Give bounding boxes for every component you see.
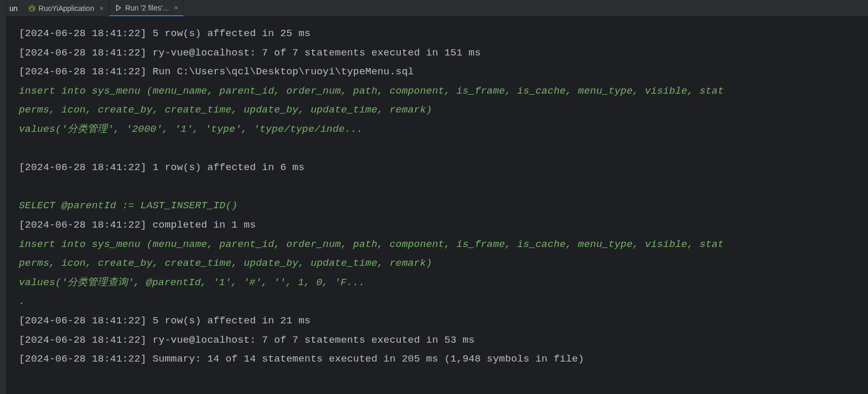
timestamp: [2024-06-28 18:41:22] — [19, 162, 152, 173]
log-message: 5 row(s) affected in 25 ms — [152, 28, 311, 39]
console-line: values('分类管理', '2000', '1', 'type', 'typ… — [19, 120, 868, 139]
app-root: un RuoYiApplication × Run '2 files'... ×… — [0, 0, 868, 394]
tab-run-2-files[interactable]: Run '2 files'... × — [109, 0, 184, 16]
tabbar-left-label: un — [6, 0, 23, 16]
console-line: . — [19, 292, 868, 311]
timestamp: [2024-06-28 18:41:22] — [19, 315, 152, 327]
run-icon — [115, 4, 122, 12]
main-area: un RuoYiApplication × Run '2 files'... ×… — [6, 0, 868, 394]
sql-statement: perms, icon, create_by, create_time, upd… — [19, 104, 432, 116]
console-line — [19, 177, 868, 197]
sql-statement: insert into sys_menu (menu_name, parent_… — [19, 85, 724, 97]
timestamp: [2024-06-28 18:41:22] — [19, 334, 152, 346]
console-line: [2024-06-28 18:41:22] 5 row(s) affected … — [19, 311, 868, 331]
sql-statement: values('分类管理查询', @parentId, '1', '#', ''… — [19, 277, 365, 288]
console-line: [2024-06-28 18:41:22] Summary: 14 of 14 … — [19, 350, 868, 369]
console-line: SELECT @parentId := LAST_INSERT_ID() — [19, 196, 868, 216]
close-icon[interactable]: × — [174, 4, 178, 12]
console-output[interactable]: [2024-06-28 18:41:22] 5 row(s) affected … — [6, 17, 868, 394]
timestamp: [2024-06-28 18:41:22] — [19, 353, 152, 365]
console-line: [2024-06-28 18:41:22] Run C:\Users\qcl\D… — [19, 62, 868, 82]
log-message: ry-vue@localhost: 7 of 7 statements exec… — [152, 47, 481, 59]
console-line: perms, icon, create_by, create_time, upd… — [19, 100, 868, 120]
spring-icon — [28, 5, 36, 12]
log-message: 5 row(s) affected in 21 ms — [152, 315, 311, 327]
log-message: Run C:\Users\qcl\Desktop\ruoyi\typeMenu.… — [152, 66, 414, 77]
timestamp: [2024-06-28 18:41:22] — [19, 28, 152, 39]
sql-continuation: . — [19, 296, 25, 307]
console-line: perms, icon, create_by, create_time, upd… — [19, 254, 868, 273]
console-line: [2024-06-28 18:41:22] 1 row(s) affected … — [19, 158, 868, 177]
tab-label: RuoYiApplication — [39, 4, 94, 13]
tab-label: Run '2 files'... — [125, 4, 169, 12]
tab-ruoyi-application[interactable]: RuoYiApplication × — [23, 0, 109, 16]
log-message: ry-vue@localhost: 7 of 7 statements exec… — [152, 334, 475, 346]
sql-statement: insert into sys_menu (menu_name, parent_… — [19, 239, 724, 250]
console-line: [2024-06-28 18:41:22] completed in 1 ms — [19, 216, 868, 235]
console-line — [19, 139, 868, 159]
console-line: [2024-06-28 18:41:22] ry-vue@localhost: … — [19, 331, 868, 350]
console-line: [2024-06-28 18:41:22] ry-vue@localhost: … — [19, 43, 868, 63]
timestamp: [2024-06-28 18:41:22] — [19, 219, 152, 231]
sql-statement: values('分类管理', '2000', '1', 'type', 'typ… — [19, 123, 363, 135]
timestamp: [2024-06-28 18:41:22] — [19, 47, 152, 59]
sql-statement: perms, icon, create_by, create_time, upd… — [19, 257, 432, 269]
console-line: insert into sys_menu (menu_name, parent_… — [19, 82, 868, 101]
sql-statement: SELECT @parentId := LAST_INSERT_ID() — [19, 200, 238, 211]
editor-tabbar: un RuoYiApplication × Run '2 files'... × — [6, 0, 868, 17]
log-message: Summary: 14 of 14 statements executed in… — [152, 353, 584, 365]
close-icon[interactable]: × — [100, 4, 104, 13]
log-message: 1 row(s) affected in 6 ms — [152, 162, 304, 173]
svg-point-0 — [29, 5, 35, 11]
timestamp: [2024-06-28 18:41:22] — [19, 66, 152, 77]
log-message: completed in 1 ms — [152, 219, 256, 231]
tool-window-gutter[interactable] — [0, 0, 6, 394]
console-line: insert into sys_menu (menu_name, parent_… — [19, 235, 868, 254]
console-line: values('分类管理查询', @parentId, '1', '#', ''… — [19, 273, 868, 292]
console-line: [2024-06-28 18:41:22] 5 row(s) affected … — [19, 24, 868, 43]
